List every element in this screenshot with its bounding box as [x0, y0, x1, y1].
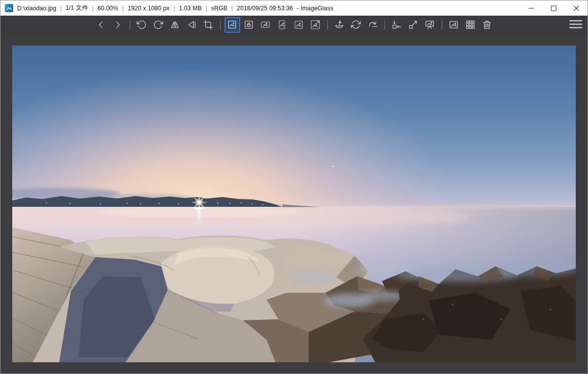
- close-button[interactable]: [565, 0, 588, 16]
- title-datetime: 2018/09/25 09:53:36: [237, 5, 293, 12]
- title-file-size: 1.03 MB: [179, 5, 202, 12]
- fullscreen-button[interactable]: [406, 17, 421, 33]
- title-separator: |: [205, 5, 207, 12]
- picture-icon: [449, 20, 459, 30]
- title-color-space: sRGB: [211, 5, 227, 12]
- toolbar-separator: [327, 20, 328, 30]
- chevron-left-icon: [96, 20, 106, 30]
- scale-height-icon: [277, 20, 287, 30]
- main-menu-button[interactable]: [568, 18, 583, 31]
- crop-button[interactable]: [201, 17, 216, 33]
- toolbar-separator: [442, 20, 442, 30]
- scale-fill-icon: [310, 20, 320, 30]
- flip-vertical-icon: [186, 20, 197, 30]
- scale-to-height-button[interactable]: [274, 17, 290, 33]
- grid-icon: [465, 20, 475, 30]
- title-separator: |: [92, 5, 93, 12]
- scale-to-fill-button[interactable]: [308, 17, 323, 33]
- auto-zoom-icon: [227, 20, 237, 30]
- auto-zoom-button[interactable]: [225, 17, 240, 33]
- title-separator: |: [231, 5, 233, 12]
- title-dimensions: 1920 x 1080 px: [128, 5, 170, 12]
- maximize-button[interactable]: [543, 0, 565, 16]
- window-title: D:\xiaodao.jpg | 1/1 文件 | 60.00% | 1920 …: [17, 4, 333, 12]
- gallery-button[interactable]: [446, 17, 462, 33]
- fit-window-button[interactable]: [389, 17, 405, 33]
- title-separator: |: [60, 5, 62, 12]
- title-separator: |: [173, 5, 175, 12]
- title-file-path: D:\xiaodao.jpg: [17, 5, 56, 12]
- toolbar: [0, 16, 588, 34]
- title-separator: |: [122, 5, 124, 12]
- minimize-button[interactable]: [520, 0, 543, 16]
- imageglass-logo-icon: [5, 4, 13, 12]
- slideshow-icon: [425, 20, 435, 30]
- redo-arrow-icon: [367, 20, 378, 30]
- maximize-icon: [551, 5, 557, 11]
- title-zoom-level: 60.00%: [97, 5, 118, 12]
- rotate-left-button[interactable]: [134, 17, 150, 33]
- scale-to-fit-button[interactable]: [291, 17, 307, 33]
- hamburger-menu-icon: [569, 19, 582, 29]
- refresh-button[interactable]: [348, 17, 364, 33]
- rotate-right-button[interactable]: [151, 17, 166, 33]
- boat-icon: [334, 20, 344, 30]
- flip-horizontal-icon: [170, 20, 180, 30]
- lock-zoom-button[interactable]: [241, 17, 257, 33]
- fullscreen-icon: [408, 20, 418, 30]
- window-controls: [520, 0, 588, 16]
- minimize-icon: [528, 5, 534, 11]
- boat-button[interactable]: [332, 17, 347, 33]
- rotate-ccw-icon: [136, 20, 147, 30]
- title-bar[interactable]: D:\xiaodao.jpg | 1/1 文件 | 60.00% | 1920 …: [0, 0, 588, 16]
- scale-fit-icon: [294, 20, 304, 30]
- trash-icon: [482, 20, 492, 30]
- crop-icon: [203, 20, 213, 30]
- refresh-icon: [351, 20, 361, 30]
- close-icon: [573, 5, 579, 11]
- flip-vertical-button[interactable]: [184, 17, 200, 33]
- lock-zoom-icon: [244, 20, 254, 30]
- toolbar-separator: [384, 20, 385, 30]
- scale-width-icon: [260, 20, 271, 30]
- previous-image-button[interactable]: [93, 17, 109, 33]
- reload-image-button[interactable]: [365, 17, 381, 33]
- next-image-button[interactable]: [110, 17, 126, 33]
- scale-to-width-button[interactable]: [258, 17, 273, 33]
- title-app-name: - ImageGlass: [297, 5, 333, 12]
- imageglass-window: D:\xiaodao.jpg | 1/1 文件 | 60.00% | 1920 …: [0, 0, 588, 374]
- chevron-right-icon: [113, 20, 123, 30]
- delete-button[interactable]: [479, 17, 495, 33]
- slideshow-button[interactable]: [422, 17, 438, 33]
- image-viewer-area: [0, 34, 588, 374]
- flip-horizontal-button[interactable]: [167, 17, 183, 33]
- title-file-count: 1/1 文件: [66, 4, 88, 12]
- toolbar-separator: [130, 20, 130, 30]
- thumbnail-grid-button[interactable]: [463, 17, 478, 33]
- rotate-cw-icon: [153, 20, 163, 30]
- photo-canvas[interactable]: [12, 45, 576, 362]
- toolbar-separator: [220, 20, 221, 30]
- window-fit-icon: [391, 20, 402, 30]
